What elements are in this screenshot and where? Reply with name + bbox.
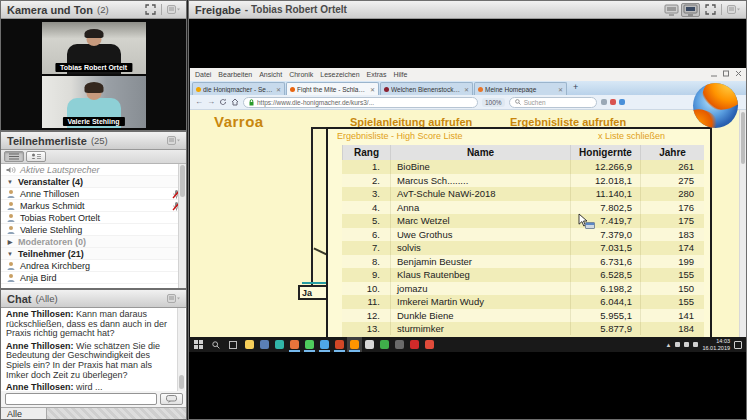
group-label: Veranstalter (4) — [18, 177, 83, 187]
scrollbar-thumb[interactable] — [179, 375, 184, 389]
taskbar-app-icon[interactable] — [287, 337, 302, 352]
browser-tab[interactable]: Fight the Mite - Schlag die M... ✕ — [286, 82, 379, 95]
active-speakers-row: Aktive Lautsprecher — [1, 164, 186, 176]
attendee-group-header[interactable]: ▼ Veranstalter (4) — [1, 176, 186, 188]
browser-search[interactable]: Suchen — [509, 97, 597, 108]
extension-icon[interactable] — [610, 99, 616, 105]
pod-menu-icon[interactable] — [727, 5, 740, 14]
browser-menu-item[interactable]: Datei — [195, 71, 211, 78]
attendee-group-header[interactable]: ▼ Teilnehmer (21) — [1, 248, 186, 260]
active-speakers-label: Aktive Lautsprecher — [20, 165, 100, 175]
back-icon[interactable]: ← — [195, 98, 203, 106]
attendee-group-header[interactable]: ▶ Moderatoren (0) — [1, 236, 186, 248]
chat-tab-alle[interactable]: Alle — [1, 408, 47, 419]
new-tab-button[interactable]: + — [573, 82, 578, 92]
minimize-icon[interactable] — [711, 70, 717, 77]
tab-close-icon[interactable]: ✕ — [558, 86, 563, 93]
tab-close-icon[interactable]: ✕ — [464, 86, 469, 93]
taskbar-app-icon[interactable] — [257, 337, 272, 352]
chat-scrollbar[interactable] — [177, 308, 185, 391]
shared-desktop: DateiBearbeitenAnsichtChronikLesezeichen… — [189, 68, 746, 352]
browser-menu-item[interactable]: Lesezeichen — [320, 71, 359, 78]
task-view-icon[interactable] — [225, 337, 240, 352]
tab-close-icon[interactable]: ✕ — [370, 86, 375, 93]
reload-icon[interactable] — [219, 98, 227, 106]
tab-close-icon[interactable]: ✕ — [276, 86, 281, 93]
taskbar-app-icon[interactable] — [347, 337, 362, 352]
cell-years: 174 — [640, 241, 704, 255]
table-row: 10. jomazu 6.198,2 150 — [342, 282, 704, 296]
person-icon — [6, 213, 16, 223]
list-view-button[interactable] — [4, 151, 24, 162]
taskbar-app-icon[interactable] — [302, 337, 317, 352]
pod-menu-icon[interactable] — [167, 5, 180, 14]
action-center-icon[interactable] — [734, 341, 742, 349]
browser-menu-item[interactable]: Extras — [367, 71, 387, 78]
scrollbar-thumb[interactable] — [741, 112, 745, 164]
page-scrollbar[interactable] — [739, 110, 746, 337]
attendee-row[interactable]: Valerie Stehling — [1, 224, 186, 236]
zoom-level[interactable]: 100% — [482, 98, 505, 107]
monitor-fit-icon[interactable] — [664, 4, 679, 16]
browser-tab[interactable]: die Honigmacher - Senio... ✕ — [192, 82, 285, 95]
extension-icon[interactable] — [601, 99, 607, 105]
taskbar-app-icon[interactable] — [422, 337, 437, 352]
fullscreen-icon[interactable] — [145, 4, 156, 15]
maximize-icon[interactable] — [723, 70, 729, 77]
browser-menu-item[interactable]: Hilfe — [393, 71, 407, 78]
attendee-row[interactable]: Anne Thillosen — [1, 188, 186, 200]
pod-menu-icon[interactable] — [167, 136, 180, 145]
taskbar-app-icon[interactable] — [272, 337, 287, 352]
taskbar-app-icon[interactable] — [317, 337, 332, 352]
extension-icon[interactable] — [619, 99, 625, 105]
address-bar[interactable]: https://www.die-honigmacher.de/kurs3/... — [243, 97, 478, 108]
taskbar-app-icon[interactable] — [377, 337, 392, 352]
attendee-row[interactable]: Anja Bird — [1, 272, 186, 284]
group-members: Andrea Kirchberg — [1, 260, 186, 284]
group-members: Anne Thillosen — [1, 188, 186, 236]
tray-language-icon[interactable] — [693, 342, 698, 347]
table-row: 3. AvT-Schule NaWi-2018 11.140,1 280 — [342, 187, 704, 201]
taskbar-clock[interactable]: 14:03 16.01.2019 — [702, 338, 730, 351]
attendee-row[interactable]: Andrea Kirchberg — [1, 260, 186, 272]
browser-tab[interactable]: Meine Homepage ✕ — [474, 82, 567, 95]
send-message-button[interactable] — [160, 393, 183, 405]
partial-game-button[interactable]: Ja — [298, 285, 329, 300]
browser-menu-item[interactable]: Ansicht — [259, 71, 282, 78]
pod-menu-icon[interactable] — [167, 294, 180, 303]
attendee-scrollbar[interactable] — [178, 164, 186, 288]
table-row: 11. Imkerei Martin Wudy 6.044,1 155 — [342, 295, 704, 309]
taskbar-search-icon[interactable] — [208, 337, 223, 352]
tray-volume-icon[interactable] — [684, 342, 689, 347]
attendee-row[interactable]: Tobias Robert Ortelt — [1, 212, 186, 224]
forward-icon[interactable]: → — [207, 98, 215, 106]
cell-rank: 5. — [342, 214, 390, 228]
taskbar-app-icon[interactable] — [392, 337, 407, 352]
taskbar-app-icon[interactable] — [362, 337, 377, 352]
taskbar-app-icon[interactable] — [242, 337, 257, 352]
start-button[interactable] — [191, 337, 206, 352]
home-icon[interactable] — [231, 98, 239, 106]
fullscreen-icon[interactable] — [705, 4, 716, 15]
attendee-pod-count: (25) — [91, 135, 108, 146]
card-view-button[interactable] — [26, 151, 46, 162]
cell-rank: 11. — [342, 295, 390, 309]
scrollbar-thumb[interactable] — [180, 165, 185, 197]
taskbar-app-icon[interactable] — [332, 337, 347, 352]
attendee-row[interactable]: Markus Schmidt — [1, 200, 186, 212]
close-icon[interactable] — [735, 70, 742, 77]
group-toggle-icon: ▼ — [6, 251, 14, 257]
taskbar-app-icon[interactable] — [407, 337, 422, 352]
close-list-link[interactable]: x Liste schließen — [598, 131, 665, 141]
chat-input[interactable] — [5, 393, 157, 405]
cell-rank: 6. — [342, 228, 390, 242]
share-pod: Freigabe - Tobias Robert Ortelt — [188, 0, 747, 420]
tray-chevron-icon[interactable]: ▲ — [666, 342, 672, 348]
monitor-actual-size-icon[interactable] — [681, 3, 700, 17]
browser-menu-item[interactable]: Bearbeiten — [218, 71, 252, 78]
browser-menu-item[interactable]: Chronik — [289, 71, 313, 78]
table-row: 9. Klaus Rautenbeg 6.528,5 155 — [342, 268, 704, 282]
tray-network-icon[interactable] — [675, 342, 680, 347]
tab-title: Meine Homepage — [485, 86, 556, 93]
browser-tab[interactable]: Welchen Bienenstock-Inspe... ✕ — [380, 82, 473, 95]
